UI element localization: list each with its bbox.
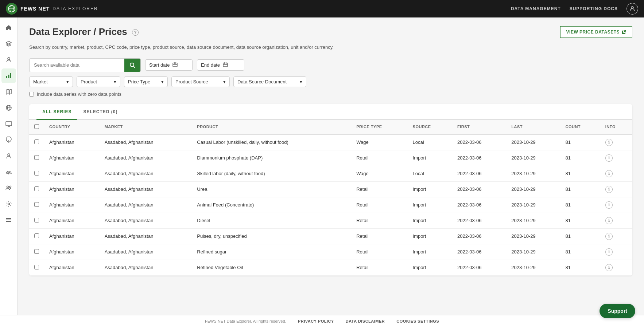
tab-all-series[interactable]: ALL SERIES [36,104,77,120]
info-icon[interactable]: ℹ [605,201,613,209]
table-row: Afghanistan Asadabad, Afghanistan Pulses… [29,228,632,244]
col-price-type: PRICE TYPE [351,120,407,134]
search-button[interactable] [124,59,140,72]
info-icon[interactable]: ℹ [605,170,613,177]
sidebar-item-globe[interactable] [1,101,16,115]
row-price-type: Retail [351,197,407,213]
row-market: Asadabad, Afghanistan [100,213,192,228]
product-chevron-icon: ▾ [114,79,116,84]
sidebar-item-profile[interactable] [1,52,16,67]
row-checkbox[interactable] [34,249,39,254]
search-input[interactable] [30,59,124,71]
privacy-policy-link[interactable]: PRIVACY POLICY [298,319,334,323]
breadcrumb-root[interactable]: Data Explorer [29,26,91,37]
sidebar-item-home[interactable] [1,20,16,35]
svg-point-19 [7,186,8,188]
row-checkbox[interactable] [34,186,39,191]
sidebar-item-monitor[interactable] [1,117,16,131]
row-first: 2022-03-06 [452,213,506,228]
support-button[interactable]: Support [600,304,635,318]
info-icon[interactable]: ℹ [605,217,613,224]
row-last: 2023-10-29 [506,166,560,181]
row-checkbox[interactable] [34,218,39,222]
sidebar-item-signal[interactable] [1,165,16,179]
row-price-type: Retail [351,150,407,166]
row-checkbox[interactable] [34,171,39,176]
row-price-type: Retail [351,213,407,228]
cookies-settings-link[interactable]: COOKIES SETTINGS [396,319,439,323]
sidebar-item-layers[interactable] [1,36,16,51]
row-checkbox-cell [29,260,44,275]
data-management-link[interactable]: DATA MANAGEMENT [511,6,561,11]
row-product: Urea [192,181,351,197]
zero-data-checkbox[interactable] [29,92,34,96]
row-market: Asadabad, Afghanistan [100,166,192,181]
svg-rect-22 [6,218,11,219]
info-icon[interactable]: ℹ [605,154,613,162]
info-icon[interactable]: ℹ [605,186,613,193]
price-type-filter[interactable]: Price Type ▾ [124,76,168,87]
start-date-field[interactable]: Start date [145,59,193,71]
info-icon[interactable]: ℹ [605,264,613,271]
info-icon[interactable]: ℹ [605,233,613,240]
select-all-checkbox[interactable] [34,124,39,129]
row-checkbox[interactable] [34,139,39,144]
product-source-filter-label: Product Source [175,79,208,84]
sidebar-item-map[interactable] [1,84,16,99]
help-icon[interactable]: ? [132,29,139,36]
row-price-type: Wage [351,134,407,150]
row-country: Afghanistan [44,213,100,228]
row-count: 81 [560,244,600,260]
sidebar-item-leaf[interactable] [1,133,16,147]
row-first: 2022-03-06 [452,166,506,181]
svg-point-18 [8,173,9,174]
row-info: ℹ [600,181,632,197]
row-country: Afghanistan [44,260,100,275]
zero-data-label[interactable]: Include data series with zero data point… [37,91,121,97]
footer: FEWS NET Data Explorer. All rights reser… [0,315,644,327]
row-count: 81 [560,213,600,228]
end-date-field[interactable]: End date [197,59,244,71]
market-filter-label: Market [33,79,48,84]
sidebar-item-person2[interactable] [1,149,16,163]
table-tabs: ALL SERIES SELECTED (0) [29,104,632,120]
supporting-docs-link[interactable]: SUPPORTING DOCS [570,6,618,11]
table-row: Afghanistan Asadabad, Afghanistan Casual… [29,134,632,150]
row-product: Casual Labor (unskilled, daily, without … [192,134,351,150]
row-source: Local [408,134,452,150]
row-count: 81 [560,228,600,244]
market-filter[interactable]: Market ▾ [29,76,73,87]
row-first: 2022-03-06 [452,244,506,260]
row-market: Asadabad, Afghanistan [100,244,192,260]
row-checkbox[interactable] [34,202,39,207]
row-market: Asadabad, Afghanistan [100,150,192,166]
start-date-label: Start date [149,62,170,68]
sidebar-item-people[interactable] [1,181,16,195]
row-checkbox[interactable] [34,233,39,238]
row-info: ℹ [600,197,632,213]
row-checkbox[interactable] [34,265,39,269]
user-icon[interactable] [626,3,638,15]
row-market: Asadabad, Afghanistan [100,197,192,213]
row-checkbox[interactable] [34,155,39,160]
row-last: 2023-10-29 [506,244,560,260]
sidebar-item-menu[interactable] [1,213,16,227]
view-price-datasets-button[interactable]: VIEW PRICE DATASETS [560,26,632,38]
data-disclaimer-link[interactable]: DATA DISCLAIMER [346,319,385,323]
row-last: 2023-10-29 [506,181,560,197]
row-product: Refined sugar [192,244,351,260]
product-filter[interactable]: Product ▾ [77,76,120,87]
info-icon[interactable]: ℹ [605,139,613,146]
row-checkbox-cell [29,244,44,260]
data-source-doc-filter[interactable]: Data Source Document ▾ [233,76,306,87]
sidebar-item-chart[interactable] [1,68,16,83]
col-info: INFO [600,120,632,134]
search-row: Start date End date [29,58,632,72]
tab-selected[interactable]: SELECTED (0) [77,104,123,120]
product-source-filter[interactable]: Product Source ▾ [171,76,230,87]
info-icon[interactable]: ℹ [605,248,613,256]
page-header: Data Explorer / Prices ? VIEW PRICE DATA… [29,26,632,38]
svg-rect-5 [6,76,7,78]
sidebar-item-settings[interactable] [1,197,16,211]
svg-rect-27 [173,63,177,67]
